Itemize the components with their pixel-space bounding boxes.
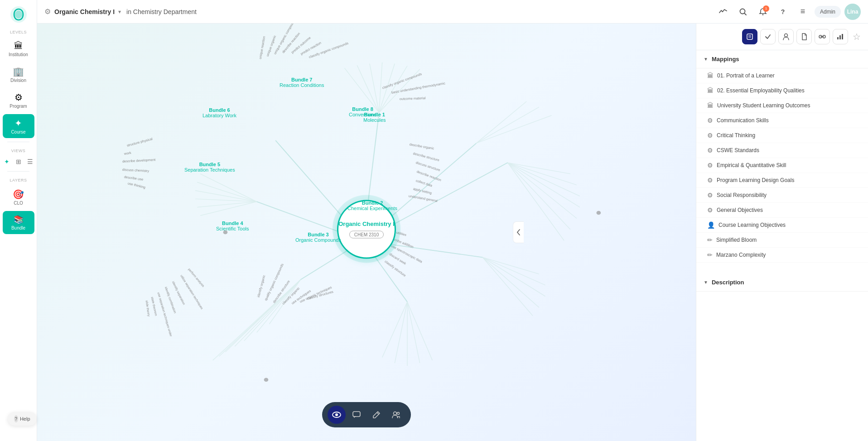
- mapping-item-2[interactable]: 🏛 University Student Learning Outcomes: [696, 98, 868, 113]
- search-button[interactable]: [735, 4, 751, 20]
- sidebar-item-clo[interactable]: 🎯 CLO: [3, 185, 34, 209]
- svg-line-42: [235, 279, 300, 346]
- leaf-ll-1: perform analysis: [188, 268, 205, 288]
- user-avatar[interactable]: Lina: [844, 4, 861, 20]
- sidebar-item-program[interactable]: ⚙ Program: [3, 88, 34, 112]
- mapping-item-11[interactable]: ✏ Simplified Bloom: [696, 233, 868, 248]
- bundle-7[interactable]: Bundle 7 Reaction Conditions: [280, 77, 324, 88]
- svg-line-12: [345, 68, 379, 112]
- leaf-lu-4: discuss chemistry: [122, 168, 149, 173]
- mapping-gear-icon-7: ⚙: [707, 177, 713, 184]
- leaf-ll-6: state theorem: [151, 297, 158, 316]
- main-area: ⚙ Organic Chemistry I ▾ in Chemistry Dep…: [37, 0, 868, 441]
- svg-point-64: [785, 34, 788, 37]
- bundle-2[interactable]: Bundle 2 Chemical Experiments: [347, 200, 397, 211]
- mapping-item-12[interactable]: ✏ Marzano Complexity: [696, 248, 868, 263]
- notification-button[interactable]: 1: [755, 4, 771, 20]
- svg-point-56: [335, 413, 338, 416]
- doc-view-button[interactable]: [796, 29, 812, 44]
- mapping-gear-icon-8: ⚙: [707, 192, 713, 199]
- division-icon: 🏢: [13, 66, 24, 77]
- sidebar-item-bundle[interactable]: 📚 Bundle: [3, 211, 34, 234]
- chart-view-button[interactable]: [833, 29, 848, 44]
- leaf-top-5: predict outcome: [290, 36, 312, 54]
- svg-line-44: [219, 279, 301, 356]
- notification-badge: 1: [763, 5, 769, 12]
- mapping-item-7[interactable]: ⚙ Program Learning Design Goals: [696, 173, 868, 188]
- activity-button[interactable]: [715, 4, 731, 20]
- chat-button[interactable]: [347, 406, 366, 424]
- course-title: Organic Chemistry I: [54, 8, 115, 15]
- svg-point-53: [597, 211, 601, 215]
- sidebar-item-institution[interactable]: 🏛 Institution: [3, 37, 34, 61]
- help-button[interactable]: ? Help: [8, 412, 37, 426]
- bundle-4[interactable]: Bundle 4 Scientific Tools: [216, 220, 249, 231]
- mapping-item-1[interactable]: 🏛 02. Essential Employability Qualities: [696, 83, 868, 98]
- mapping-item-5[interactable]: ⚙ CSWE Standards: [696, 143, 868, 158]
- description-section-header[interactable]: ▼ Description: [696, 273, 868, 292]
- mapping-item-4[interactable]: ⚙ Critical Thinking: [696, 128, 868, 143]
- svg-line-22: [508, 163, 570, 174]
- svg-line-16: [379, 64, 395, 113]
- svg-line-18: [379, 69, 420, 113]
- view-grid[interactable]: ⊞: [14, 157, 24, 167]
- leaf-ru-7: understand general: [408, 194, 438, 203]
- edit-button[interactable]: [367, 406, 386, 424]
- mapping-item-6[interactable]: ⚙ Empirical & Quantitative Skill: [696, 158, 868, 173]
- bundle-8[interactable]: Bundle 8 Conversions: [349, 106, 376, 117]
- help-topbar-button[interactable]: ?: [775, 4, 791, 20]
- leaf-b-1: identify organic: [256, 275, 266, 298]
- leaf-top-1: unique reaction: [258, 36, 266, 59]
- panel-toggle-button[interactable]: [513, 221, 524, 243]
- leaf-rb8-1: classify organic compounds: [381, 72, 422, 90]
- svg-line-46: [200, 174, 257, 201]
- svg-line-48: [195, 191, 257, 202]
- bundle-5[interactable]: Bundle 5 Separation Techniques: [184, 162, 235, 173]
- views-group: ✦ ⊞ ☰: [2, 157, 35, 167]
- leaf-ru-2: describe structure: [413, 151, 440, 162]
- mapping-gear-icon-3: ⚙: [707, 117, 713, 124]
- svg-line-31: [482, 257, 545, 296]
- mapping-view-button[interactable]: [742, 29, 757, 44]
- favorite-button[interactable]: ☆: [853, 31, 861, 42]
- title-dropdown[interactable]: ▾: [118, 9, 121, 15]
- dept-label: in Chemistry Department: [126, 8, 197, 15]
- leaf-ll-7: slide theory: [145, 300, 151, 316]
- eye-button[interactable]: [328, 406, 346, 424]
- view-list[interactable]: ☰: [25, 157, 35, 167]
- mapping-gear-icon-4: ⚙: [707, 132, 713, 139]
- svg-line-21: [476, 115, 551, 143]
- leaf-lu-6: use thinking: [127, 181, 146, 189]
- mapping-item-10[interactable]: 👤 Course Learning Objectives: [696, 218, 868, 233]
- admin-label[interactable]: Admin: [815, 6, 841, 18]
- program-icon: ⚙: [14, 92, 23, 103]
- mapping-item-3[interactable]: ⚙ Communication Skills: [696, 113, 868, 128]
- svg-point-60: [397, 412, 400, 415]
- bundle-3[interactable]: Bundle 3 Organic Compounds: [295, 232, 341, 243]
- leaf-lu-5: describe use: [124, 175, 143, 182]
- mapping-item-8[interactable]: ⚙ Social Responsibility: [696, 188, 868, 203]
- users-button[interactable]: [387, 406, 405, 424]
- svg-line-32: [482, 257, 539, 307]
- check-view-button[interactable]: [760, 29, 776, 44]
- svg-line-14: [370, 64, 379, 113]
- mappings-section-header[interactable]: ▼ Mappings: [696, 50, 868, 68]
- sidebar-item-division[interactable]: 🏢 Division: [3, 62, 34, 86]
- mapping-item-9[interactable]: ⚙ General Objectives: [696, 203, 868, 218]
- menu-button[interactable]: ≡: [795, 4, 811, 20]
- app-logo[interactable]: [9, 5, 29, 24]
- view-radial[interactable]: ✦: [2, 157, 12, 167]
- bundle-6[interactable]: Bundle 6 Labratory Work: [203, 107, 236, 118]
- leaf-lu-2: work: [124, 151, 131, 156]
- bundle-icon: 📚: [14, 215, 24, 225]
- levels-label: LEVELS: [10, 30, 27, 34]
- leaf-top-6: predict reaction: [300, 41, 322, 56]
- svg-line-25: [508, 163, 580, 207]
- mapping-item-0[interactable]: 🏛 01. Portrait of a Learner: [696, 68, 868, 83]
- link-view-button[interactable]: [815, 29, 830, 44]
- leaf-rl-4: discard seek: [389, 252, 407, 266]
- person-view-button[interactable]: [778, 29, 794, 44]
- institution-icon: 🏛: [14, 41, 23, 51]
- mindmap-canvas[interactable]: Organic Chemistry I CHEM 2310 Bundle 1 M…: [37, 24, 696, 441]
- sidebar-item-course[interactable]: ✦ Course: [3, 114, 34, 138]
